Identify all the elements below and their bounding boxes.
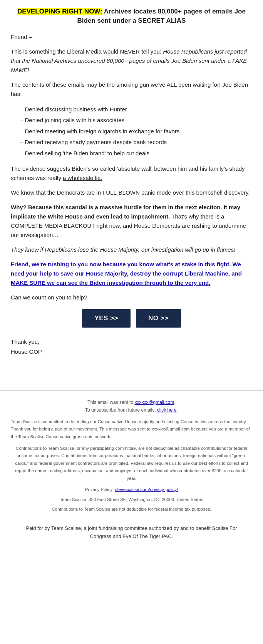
wholesale-lie: a wholesale lie. <box>63 175 102 181</box>
evidence-paragraph: The evidence suggests Biden's so-called … <box>11 164 252 183</box>
no-button[interactable]: NO >> <box>136 309 181 328</box>
developing-label: DEVELOPING RIGHT NOW: <box>17 8 102 15</box>
footer-non-deductible: Contributions to Team Scalise are not de… <box>11 506 252 513</box>
salutation: Friend – <box>11 32 252 42</box>
button-row: YES >> NO >> <box>11 309 252 328</box>
denial-list: Denied discussing business with Hunter D… <box>11 104 252 159</box>
evidence-prefix: The evidence suggests Biden's so-called … <box>11 165 245 181</box>
footer-address: Team Scalise, 320 First Street SE, Washi… <box>11 496 252 504</box>
count-on-you: Can we count on you to help? <box>11 293 252 302</box>
yes-button[interactable]: YES >> <box>82 309 131 328</box>
sign-off-line2: House GOP <box>11 347 252 357</box>
intro-paragraph: This is something the Liberal Media woul… <box>11 47 252 75</box>
list-item: Denied receiving shady payments despite … <box>20 137 252 148</box>
list-item: Denied selling 'the Biden brand' to help… <box>20 148 252 159</box>
sign-off-line1: Thank you, <box>11 337 252 347</box>
footer-email-link[interactable]: xxxxxx@gmail.com <box>134 400 174 405</box>
unsubscribe-suffix: . <box>177 407 178 413</box>
paid-for-box: Paid for by Team Scalise, a joint fundra… <box>11 519 252 546</box>
list-item: Denied discussing business with Hunter <box>20 104 252 115</box>
footer: This email was sent to xxxxxx@gmail.com.… <box>0 390 263 554</box>
intro-line1: This is something the Liberal Media woul… <box>11 48 163 55</box>
footer-email-line: This email was sent to xxxxxx@gmail.com.… <box>11 399 252 414</box>
sent-to-prefix: This email was sent to <box>87 400 134 405</box>
italic-warning-text: They know if Republicans lose the House … <box>11 246 235 253</box>
unsubscribe-link[interactable]: click here <box>157 407 177 413</box>
sign-off: Thank you, House GOP <box>11 337 252 356</box>
privacy-link[interactable]: stevescalise.com/privacy-policy/ <box>115 487 178 492</box>
smoking-gun-text: The contents of these emails may be the … <box>11 80 252 99</box>
privacy-prefix: Privacy Policy: <box>85 487 115 492</box>
main-content: DEVELOPING RIGHT NOW: Archives locates 8… <box>0 0 263 390</box>
footer-team-text: Team Scalise is committed to defending o… <box>11 418 252 441</box>
cta-link[interactable]: Friend, we're rushing to you now because… <box>11 260 252 288</box>
headline-rest: Archives locates 80,000+ pages of emails… <box>77 8 246 24</box>
unsubscribe-prefix: To unsubscribe from future emails, <box>85 407 157 413</box>
panic-paragraph: We know that the Democrats are in FULL-B… <box>11 188 252 197</box>
bold-warning: Why? Because this scandal is a massive h… <box>11 203 252 240</box>
list-item: Denied joining calls with his associates <box>20 115 252 126</box>
footer-privacy: Privacy Policy: stevescalise.com/privacy… <box>11 486 252 494</box>
list-item: Denied meeting with foreign oligarchs in… <box>20 126 252 137</box>
footer-contributions: Contributions to Team Scalise, or any pa… <box>11 445 252 483</box>
headline: DEVELOPING RIGHT NOW: Archives locates 8… <box>11 7 252 25</box>
italic-warning: They know if Republicans lose the House … <box>11 245 252 254</box>
sent-to-suffix: . <box>174 400 175 405</box>
